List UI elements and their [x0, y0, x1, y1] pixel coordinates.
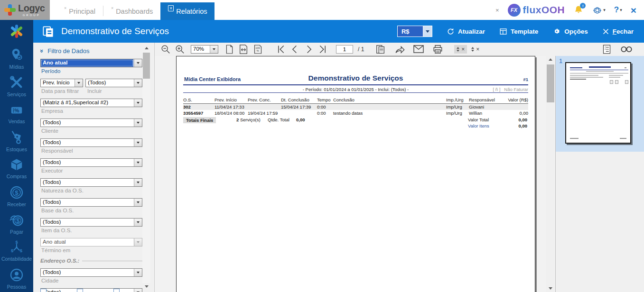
- zoom-100-button[interactable]: 100%: [252, 44, 264, 55]
- responsavel-select[interactable]: (Todos): [40, 138, 142, 147]
- executor-select[interactable]: (Todos): [40, 158, 142, 167]
- report-flag: [ ñ ]Não Faturar: [493, 87, 528, 92]
- dropdown-arrow-icon[interactable]: [134, 219, 142, 226]
- remove-icon[interactable]: ×: [461, 46, 465, 52]
- dropdown-arrow-icon[interactable]: [134, 289, 142, 292]
- last-page-icon: [318, 45, 328, 54]
- scroll-down-icon[interactable]: [546, 285, 555, 292]
- zoom-out-button[interactable]: [159, 44, 172, 55]
- dropdown-arrow-icon[interactable]: [134, 139, 142, 146]
- window-close-icon[interactable]: ×: [631, 5, 636, 15]
- prev-page-button[interactable]: [289, 44, 301, 55]
- tab-close-icon[interactable]: ×: [64, 6, 66, 10]
- filter-panel-header[interactable]: » Filtro de Dados: [40, 47, 154, 55]
- last-page-button[interactable]: [317, 44, 329, 55]
- next-page-button[interactable]: [303, 44, 315, 55]
- help-menu[interactable]: ? ▾: [614, 5, 622, 15]
- dropdown-arrow-icon[interactable]: [134, 99, 142, 107]
- price-tag-icon: %: [9, 103, 25, 117]
- include-select[interactable]: (Todos): [85, 79, 142, 87]
- options-button[interactable]: Opções: [552, 27, 588, 36]
- tab-close-icon[interactable]: ×: [168, 5, 174, 11]
- notification-bell-icon[interactable]: !: [573, 5, 584, 15]
- report-title: Demonstrativo de Serviços: [183, 74, 528, 82]
- dropdown-arrow-icon[interactable]: [134, 159, 142, 166]
- search-button[interactable]: [620, 44, 633, 55]
- dropdown-arrow-icon[interactable]: [134, 199, 142, 206]
- fit-page-button[interactable]: [223, 44, 235, 55]
- caret-down-icon: ▾: [603, 8, 606, 12]
- print-button[interactable]: [431, 44, 444, 55]
- page-number-input[interactable]: [336, 45, 353, 54]
- zoom-level-select[interactable]: 70%: [191, 45, 218, 54]
- sidebar-item-contabilidade[interactable]: $$$ Contabilidade: [0, 237, 33, 265]
- first-page-button[interactable]: [274, 44, 287, 55]
- filter-scrollbar[interactable]: [142, 45, 150, 290]
- natureza-os-select[interactable]: (Todos): [40, 178, 142, 187]
- sidebar-item-receber[interactable]: $ Receber: [0, 182, 33, 210]
- dropdown-arrow-icon[interactable]: [75, 79, 83, 87]
- report-canvas: Mídia Center Exibidora Demonstrativo de …: [154, 56, 546, 292]
- report-page-ref: #1: [523, 77, 528, 82]
- base-os-select[interactable]: (Todos): [40, 198, 142, 207]
- tab-relatorios[interactable]: × Relatórios: [160, 2, 215, 20]
- page-thumbnail[interactable]: [565, 62, 631, 144]
- sidebar-item-pagar[interactable]: $ Pagar: [0, 210, 33, 237]
- page-total: / 1: [358, 46, 364, 53]
- sidebar-item-label: Pagar: [10, 229, 23, 235]
- item-os-select[interactable]: (Todos): [40, 218, 142, 227]
- sidebar-item-servicos[interactable]: Serviços: [0, 72, 33, 100]
- thumbnails-toggle-button[interactable]: [600, 44, 613, 55]
- checkbox-icon[interactable]: [77, 289, 83, 292]
- template-button[interactable]: Template: [499, 27, 538, 36]
- filter-panel-title: Filtro de Dados: [47, 47, 89, 55]
- export-button[interactable]: [393, 44, 406, 55]
- dropdown-arrow-icon[interactable]: [210, 46, 218, 53]
- collapse-chevron-icon[interactable]: »: [38, 49, 46, 53]
- email-button[interactable]: [412, 44, 425, 55]
- combo-value: 70%: [191, 46, 209, 53]
- sidebar-item-estoques[interactable]: Estoques: [0, 127, 33, 155]
- scroll-thumb[interactable]: [547, 64, 554, 102]
- remove-icon[interactable]: ×: [476, 46, 479, 52]
- sidebar-item-midias[interactable]: Mídias: [0, 45, 33, 72]
- watermark-toggle-active[interactable]: ×: [454, 45, 467, 54]
- tab-dashboards[interactable]: × Dashboards: [103, 2, 160, 20]
- checkbox-icon[interactable]: [40, 289, 47, 292]
- cidade-select[interactable]: (Todos): [40, 268, 142, 277]
- viewer-scrollbar[interactable]: [546, 56, 555, 292]
- currency-select[interactable]: R$: [397, 26, 432, 37]
- tab-principal[interactable]: × Principal: [56, 2, 103, 20]
- sidebar-item-vendas[interactable]: % Vendas: [0, 100, 33, 127]
- fit-width-button[interactable]: [237, 44, 250, 55]
- copy-button[interactable]: [374, 44, 387, 55]
- report-subtitle: - Período: 01/01/2024 a 01/01/2025 - Inc…: [183, 87, 528, 92]
- watermark-toggle[interactable]: ×: [469, 45, 482, 54]
- scroll-down-icon[interactable]: [142, 283, 150, 290]
- empresa-select[interactable]: (Matriz á #1,Superlocal #2): [40, 99, 142, 107]
- zoom-in-button[interactable]: [174, 44, 186, 55]
- period-preset-select[interactable]: Ano atual: [40, 59, 142, 67]
- dropdown-arrow-icon[interactable]: [134, 269, 142, 276]
- dropdown-arrow-icon[interactable]: [134, 59, 142, 67]
- cliente-select[interactable]: (Todos): [40, 119, 142, 127]
- tab-close-icon[interactable]: ×: [111, 6, 113, 10]
- termino-em-select[interactable]: Ano atual: [40, 238, 142, 246]
- scroll-up-icon[interactable]: [142, 45, 150, 52]
- scroll-up-icon[interactable]: [546, 56, 555, 63]
- thumbnails-panel: 1: [555, 56, 644, 292]
- dropdown-arrow-icon[interactable]: [423, 26, 432, 36]
- settings-menu[interactable]: ▾: [592, 5, 606, 15]
- mini-close-icon[interactable]: ×: [495, 7, 499, 14]
- close-report-button[interactable]: Fechar: [602, 28, 634, 35]
- date-field-select[interactable]: Prev. Início: [40, 79, 83, 87]
- sidebar-item-compras[interactable]: Compras: [0, 155, 33, 182]
- dropdown-arrow-icon[interactable]: [134, 79, 142, 87]
- dropdown-arrow-icon[interactable]: [134, 119, 142, 127]
- checkbox-icon[interactable]: [113, 289, 120, 292]
- refresh-button[interactable]: Atualizar: [447, 27, 485, 36]
- dropdown-arrow-icon[interactable]: [134, 179, 142, 186]
- envelope-icon: [413, 45, 424, 54]
- sidebar-item-pessoas[interactable]: Pessoas: [0, 265, 33, 292]
- scroll-thumb[interactable]: [143, 53, 150, 79]
